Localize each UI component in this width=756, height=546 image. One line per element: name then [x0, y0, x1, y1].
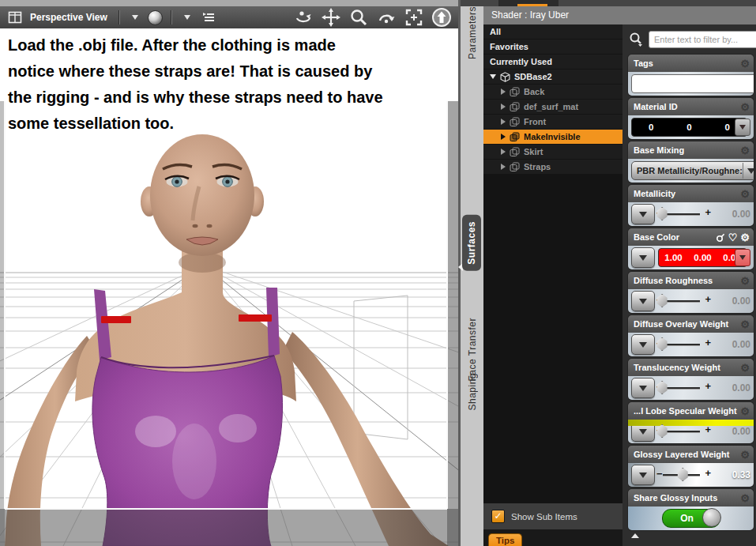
section-title: Base Color	[634, 232, 679, 242]
toggle-knob[interactable]	[702, 508, 721, 527]
gear-icon[interactable]: ⚙	[740, 102, 750, 112]
chevron-down-icon	[639, 299, 647, 304]
slider-increment[interactable]: +	[705, 380, 711, 392]
expander-closed-icon[interactable]	[501, 119, 506, 125]
gear-icon[interactable]: ⚙	[740, 493, 750, 503]
show-sub-items-checkbox[interactable]: ✓	[491, 510, 505, 523]
slider-decrement[interactable]: −	[656, 468, 663, 480]
scene-list-icon[interactable]	[197, 8, 218, 27]
parameter-dropdown-button[interactable]	[631, 378, 655, 398]
gear-icon[interactable]: ⚙	[740, 189, 750, 199]
category-label: Favorites	[490, 42, 528, 51]
expander-open-icon[interactable]	[490, 74, 496, 79]
slider-value[interactable]: 0.00	[722, 339, 750, 350]
category-favorites[interactable]: Favorites	[483, 40, 622, 54]
tab-tips[interactable]: Tips	[488, 533, 522, 546]
show-sub-items-label: Show Sub Items	[511, 512, 577, 522]
color-component-value[interactable]: 0	[725, 122, 730, 132]
tab-parameters[interactable]: Parameters	[463, 0, 482, 66]
gear-icon[interactable]: ⚙	[740, 232, 750, 243]
color-component-value[interactable]: 0	[686, 122, 691, 132]
color-dropdown-button[interactable]	[735, 249, 750, 266]
shaded-sphere-icon[interactable]	[145, 8, 166, 27]
annotation-text: Load the .obj file. After the clothing i…	[8, 32, 455, 137]
orbit-icon[interactable]	[293, 8, 314, 27]
slider-value[interactable]: 0.00	[722, 296, 750, 307]
color-component-value[interactable]: 0	[649, 122, 653, 132]
gear-icon[interactable]: ⚙	[740, 145, 750, 156]
slider-track[interactable]: −+	[658, 378, 719, 397]
surface-item-front[interactable]: Front	[483, 115, 622, 129]
parameter-dropdown-button[interactable]	[631, 421, 655, 442]
gear-icon[interactable]: ⚙	[740, 450, 750, 460]
surface-item-def_surf_mat[interactable]: def_surf_mat	[483, 100, 622, 114]
tree-root-sdbase2[interactable]: SDBase2	[483, 70, 622, 84]
gear-icon[interactable]: ⚙	[740, 363, 750, 373]
viewport-canvas[interactable]: Load the .obj file. After the clothing i…	[0, 28, 458, 546]
surface-item-straps[interactable]: Straps	[483, 160, 622, 174]
gear-icon[interactable]: ⚙	[740, 319, 750, 329]
surface-item-makeinvisible[interactable]: MakeInvisible	[483, 130, 622, 144]
expander-closed-icon[interactable]	[501, 88, 506, 95]
zoom-icon[interactable]	[348, 8, 369, 27]
pan-icon[interactable]	[321, 8, 341, 27]
parameter-dropdown-button[interactable]	[631, 291, 655, 311]
aspect-dim-bottom	[0, 509, 458, 546]
parameter-dropdown-button[interactable]	[631, 334, 655, 355]
slider-track[interactable]: −+	[658, 292, 719, 311]
slider-handle[interactable]	[676, 468, 690, 481]
slider-value[interactable]: 0.00	[722, 209, 750, 220]
drawstyle-dropdown-arrow[interactable]	[177, 8, 197, 27]
gear-icon[interactable]: ⚙	[740, 406, 750, 416]
color-swatch[interactable]: 000	[631, 118, 747, 137]
slider-track[interactable]: −+	[658, 465, 719, 484]
tab-shaping[interactable]: Shaping	[463, 367, 482, 417]
color-dropdown-button[interactable]	[735, 119, 750, 136]
section-title: Base Mixing	[634, 145, 684, 155]
slider-track[interactable]: −+	[658, 422, 719, 441]
slider-increment[interactable]: +	[705, 337, 711, 348]
slider-increment[interactable]: +	[705, 206, 711, 218]
viewport-toolbar: Perspective View	[0, 6, 458, 28]
slider-value[interactable]: 0.00	[722, 426, 750, 437]
category-all[interactable]: All	[483, 24, 622, 39]
view-dropdown-arrow[interactable]	[125, 8, 145, 27]
parameter-dropdown-button[interactable]	[631, 204, 655, 224]
surface-item-back[interactable]: Back	[483, 85, 622, 99]
reset-view-icon[interactable]	[431, 8, 452, 27]
parameter-dropdown-button[interactable]	[631, 247, 655, 268]
gear-icon[interactable]: ⚙	[740, 276, 750, 286]
filter-input[interactable]	[649, 31, 756, 48]
viewport-title[interactable]: Perspective View	[30, 12, 107, 23]
base-mixing-select[interactable]: PBR Metallicity/Roughne:	[631, 161, 754, 180]
color-component-value[interactable]: 0.00	[694, 253, 711, 262]
surface-item-skirt[interactable]: Skirt	[483, 145, 622, 159]
tags-input[interactable]	[631, 74, 754, 93]
rotate-icon[interactable]	[376, 8, 397, 27]
expander-closed-icon[interactable]	[501, 104, 506, 110]
gear-icon[interactable]: ⚙	[740, 58, 750, 69]
frame-icon[interactable]	[404, 8, 424, 27]
window-icon[interactable]	[5, 8, 25, 27]
slider-track[interactable]: −+	[658, 335, 719, 354]
parameter-dropdown-button[interactable]	[631, 465, 655, 485]
slider-track[interactable]: −+	[658, 205, 719, 224]
slider-value[interactable]: 0.00	[722, 382, 750, 393]
chevron-down-icon[interactable]	[743, 163, 754, 179]
slider-increment[interactable]: +	[705, 467, 711, 479]
chevron-down-icon	[639, 255, 647, 261]
expander-closed-icon[interactable]	[501, 164, 506, 170]
slider-increment[interactable]: +	[705, 293, 711, 305]
tab-surfaces[interactable]: Surfaces	[462, 215, 481, 271]
slider-value[interactable]: 0.33	[722, 469, 750, 480]
category-currently-used[interactable]: Currently Used	[483, 55, 622, 69]
slider-increment[interactable]: +	[705, 424, 711, 435]
color-component-value[interactable]: 1.00	[664, 253, 682, 262]
link-icon[interactable]	[716, 232, 725, 243]
share-glossy-toggle[interactable]: On	[662, 509, 720, 528]
expander-closed-icon[interactable]	[501, 134, 506, 140]
heart-icon[interactable]: ♡	[728, 232, 738, 243]
search-icon[interactable]	[628, 32, 644, 47]
expander-closed-icon[interactable]	[501, 149, 506, 155]
scroll-up-indicator[interactable]	[631, 533, 639, 538]
